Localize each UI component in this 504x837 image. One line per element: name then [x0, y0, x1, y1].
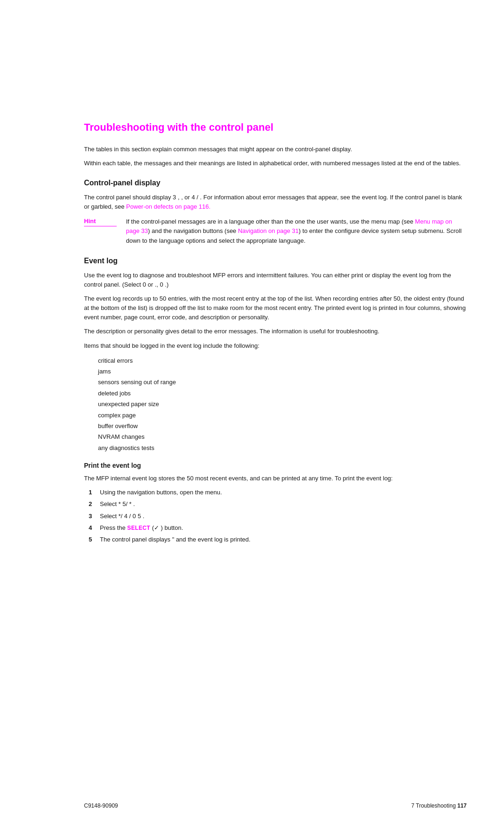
- event-log-para2: The event log records up to 50 entries, …: [84, 294, 467, 322]
- list-item: jams: [98, 366, 467, 377]
- event-log-items-list: critical errors jams sensors sensing out…: [98, 355, 467, 454]
- list-item: critical errors: [98, 355, 467, 366]
- event-log-para3: The description or personality gives det…: [84, 327, 467, 336]
- step-2-num: 2: [89, 499, 100, 509]
- step-1-num: 1: [89, 488, 100, 497]
- step-4: 4 Press the SELECT (✓ ) button.: [89, 523, 467, 533]
- event-log-para1: Use the event log to diagnose and troubl…: [84, 271, 467, 289]
- step-3: 3 Select */ 4 / 0 5 .: [89, 512, 467, 521]
- list-item: sensors sensing out of range: [98, 377, 467, 387]
- list-item: deleted jobs: [98, 388, 467, 399]
- list-item: NVRAM changes: [98, 431, 467, 442]
- hint-label: Hint: [84, 217, 126, 225]
- step-5: 5 The control panel displays " and the e…: [89, 535, 467, 544]
- list-item: buffer overflow: [98, 421, 467, 431]
- list-item: any diagnostics tests: [98, 443, 467, 453]
- intro-para1: The tables in this section explain commo…: [84, 145, 467, 154]
- select-label: SELECT: [127, 525, 151, 531]
- event-log-heading: Event log: [84, 257, 467, 265]
- footer-right: 7 Troubleshooting 117: [411, 802, 467, 809]
- content-area: Troubleshooting with the control panel T…: [84, 0, 467, 577]
- step-1: 1 Using the navigation buttons, open the…: [89, 488, 467, 497]
- intro-para2: Within each table, the messages and thei…: [84, 159, 467, 168]
- print-event-log-subheading: Print the event log: [84, 462, 467, 469]
- hint-label-col: Hint: [84, 217, 126, 245]
- control-panel-display-body: The control panel should display 3 , , o…: [84, 193, 467, 211]
- step-4-num: 4: [89, 523, 100, 533]
- step-1-text: Using the navigation buttons, open the m…: [100, 488, 467, 497]
- navigation-link[interactable]: Navigation on page 31: [238, 227, 299, 234]
- step-4-text: Press the SELECT (✓ ) button.: [100, 523, 467, 533]
- page-title: Troubleshooting with the control panel: [84, 121, 467, 134]
- page-container: Troubleshooting with the control panel T…: [0, 0, 504, 837]
- list-item: unexpected paper size: [98, 399, 467, 409]
- event-log-para4: Items that should be logged in the event…: [84, 341, 467, 351]
- step-3-num: 3: [89, 512, 100, 521]
- control-panel-display-heading: Control-panel display: [84, 179, 467, 187]
- power-on-defects-link[interactable]: Power-on defects on page 116.: [126, 203, 210, 210]
- hint-underline: [84, 226, 117, 226]
- step-5-text: The control panel displays " and the eve…: [100, 535, 467, 544]
- step-2-text: Select * 5/ * .: [100, 499, 467, 509]
- numbered-steps: 1 Using the navigation buttons, open the…: [89, 488, 467, 544]
- step-2: 2 Select * 5/ * .: [89, 499, 467, 509]
- step-5-num: 5: [89, 535, 100, 544]
- hint-content: If the control-panel messages are in a l…: [126, 217, 467, 245]
- step-3-text: Select */ 4 / 0 5 .: [100, 512, 467, 521]
- footer-left: C9148-90909: [84, 802, 118, 809]
- print-event-log-para1: The MFP internal event log stores the 50…: [84, 474, 467, 483]
- footer: C9148-90909 7 Troubleshooting 117: [0, 802, 504, 809]
- list-item: complex page: [98, 410, 467, 421]
- hint-row: Hint If the control-panel messages are i…: [84, 217, 467, 245]
